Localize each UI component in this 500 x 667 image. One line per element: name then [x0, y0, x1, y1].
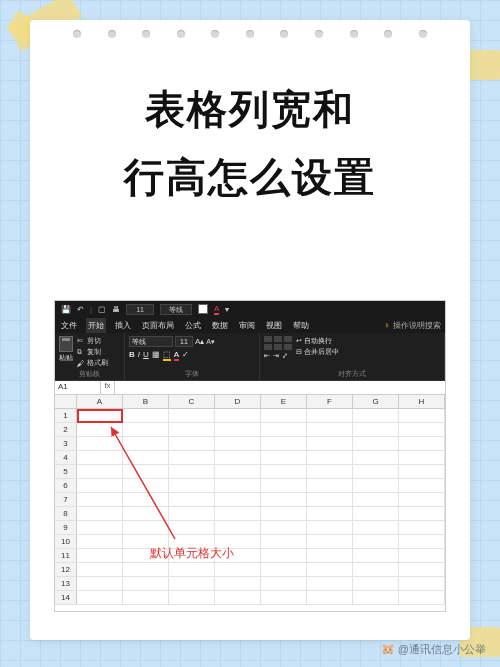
tab-data[interactable]: 数据: [210, 318, 230, 333]
decrease-indent-icon[interactable]: ⇤: [264, 352, 270, 360]
cell[interactable]: [215, 563, 261, 576]
cell[interactable]: [169, 507, 215, 520]
col-header[interactable]: G: [353, 395, 399, 408]
cell[interactable]: [123, 451, 169, 464]
orientation-icon[interactable]: ⤢: [282, 352, 288, 360]
cell[interactable]: [215, 437, 261, 450]
qat-more-icon[interactable]: ▾: [225, 305, 229, 314]
cell[interactable]: [77, 507, 123, 520]
cell[interactable]: [123, 493, 169, 506]
cell[interactable]: [123, 591, 169, 604]
row-header[interactable]: 2: [55, 423, 77, 436]
col-header[interactable]: C: [169, 395, 215, 408]
cell[interactable]: [399, 493, 445, 506]
cell[interactable]: [169, 493, 215, 506]
tab-view[interactable]: 视图: [264, 318, 284, 333]
cell[interactable]: [215, 451, 261, 464]
tab-formulas[interactable]: 公式: [183, 318, 203, 333]
cell[interactable]: [77, 521, 123, 534]
cell[interactable]: [77, 591, 123, 604]
cell[interactable]: [215, 409, 261, 422]
cell[interactable]: [261, 549, 307, 562]
tab-home[interactable]: 开始: [86, 318, 106, 333]
cell[interactable]: [77, 563, 123, 576]
tab-insert[interactable]: 插入: [113, 318, 133, 333]
underline-button[interactable]: U: [143, 350, 149, 361]
copy-button[interactable]: ⧉复制: [77, 347, 108, 357]
cell[interactable]: [353, 423, 399, 436]
cell[interactable]: [123, 437, 169, 450]
font-size-select[interactable]: 11: [175, 336, 193, 347]
cell[interactable]: [215, 577, 261, 590]
cell[interactable]: [399, 423, 445, 436]
fill-color-button[interactable]: ⬚: [163, 350, 171, 361]
merge-center-button[interactable]: ⊟合并后居中: [296, 347, 339, 357]
col-header[interactable]: E: [261, 395, 307, 408]
format-painter-button[interactable]: 🖌格式刷: [77, 358, 108, 368]
row-header[interactable]: 1: [55, 409, 77, 422]
cell[interactable]: [353, 409, 399, 422]
cell[interactable]: [399, 535, 445, 548]
cell[interactable]: [169, 577, 215, 590]
row-header[interactable]: 3: [55, 437, 77, 450]
cell[interactable]: [169, 423, 215, 436]
cell[interactable]: [261, 451, 307, 464]
cell[interactable]: [307, 465, 353, 478]
cell[interactable]: [169, 451, 215, 464]
tab-review[interactable]: 审阅: [237, 318, 257, 333]
cell[interactable]: [261, 423, 307, 436]
cell[interactable]: [353, 493, 399, 506]
cell[interactable]: [77, 423, 123, 436]
cell[interactable]: [307, 535, 353, 548]
fx-icon[interactable]: fx: [101, 381, 115, 394]
row-header[interactable]: 10: [55, 535, 77, 548]
undo-icon[interactable]: ↶: [77, 305, 84, 314]
cell[interactable]: [123, 507, 169, 520]
col-header[interactable]: F: [307, 395, 353, 408]
cell[interactable]: [399, 451, 445, 464]
cell[interactable]: [123, 577, 169, 590]
spreadsheet-grid[interactable]: A B C D E F G H 1234567891011121314 默认单: [55, 395, 445, 612]
cell[interactable]: [261, 465, 307, 478]
cell[interactable]: [307, 507, 353, 520]
cell[interactable]: [353, 549, 399, 562]
cell[interactable]: [307, 451, 353, 464]
cell[interactable]: [77, 409, 123, 422]
align-buttons[interactable]: [264, 336, 292, 350]
row-header[interactable]: 14: [55, 591, 77, 604]
cell[interactable]: [77, 479, 123, 492]
cell[interactable]: [399, 507, 445, 520]
cell[interactable]: [215, 507, 261, 520]
cell[interactable]: [353, 535, 399, 548]
cell[interactable]: [123, 563, 169, 576]
col-header[interactable]: B: [123, 395, 169, 408]
cell[interactable]: [307, 423, 353, 436]
cell[interactable]: [399, 549, 445, 562]
font-name-select[interactable]: 等线: [129, 336, 173, 347]
cell[interactable]: [307, 493, 353, 506]
cell[interactable]: [307, 563, 353, 576]
cell[interactable]: [215, 493, 261, 506]
phonetic-button[interactable]: ✓: [182, 350, 189, 361]
row-header[interactable]: 5: [55, 465, 77, 478]
cell[interactable]: [307, 549, 353, 562]
cell[interactable]: [353, 521, 399, 534]
cell[interactable]: [353, 479, 399, 492]
cell[interactable]: [261, 577, 307, 590]
bold-button[interactable]: B: [129, 350, 135, 361]
cell[interactable]: [353, 591, 399, 604]
cell[interactable]: [353, 563, 399, 576]
name-box[interactable]: A1: [55, 381, 101, 394]
col-header[interactable]: A: [77, 395, 123, 408]
row-header[interactable]: 9: [55, 521, 77, 534]
cell[interactable]: [261, 521, 307, 534]
cell[interactable]: [307, 437, 353, 450]
cell[interactable]: [261, 591, 307, 604]
cut-button[interactable]: ✄剪切: [77, 336, 108, 346]
row-header[interactable]: 7: [55, 493, 77, 506]
cell[interactable]: [169, 563, 215, 576]
cell[interactable]: [77, 437, 123, 450]
print-icon[interactable]: 🖶: [112, 305, 120, 314]
cell[interactable]: [169, 591, 215, 604]
cell[interactable]: [261, 507, 307, 520]
